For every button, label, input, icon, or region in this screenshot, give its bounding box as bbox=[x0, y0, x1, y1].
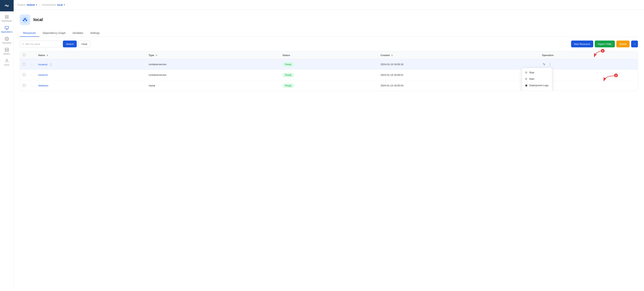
col-header-status: Status bbox=[280, 51, 378, 59]
search-icon bbox=[22, 43, 24, 45]
expand-icon-database[interactable]: › bbox=[32, 84, 32, 87]
name-sort-icon: ⇅ bbox=[46, 54, 48, 56]
dropdown-item-deployment-logs[interactable]: ▣ Deployment Logs bbox=[522, 82, 552, 88]
toolbar: Search Clear New Resource Import YAML De… bbox=[20, 40, 638, 47]
project-name: default bbox=[27, 4, 35, 6]
resource-type-backend: containerservice bbox=[146, 70, 280, 80]
dropdown-item-rollback[interactable]: ↺ Rollback bbox=[522, 88, 552, 91]
dropdown-menu-frontend: ⊙ Stop ⊙ Start bbox=[522, 68, 552, 91]
svg-point-14 bbox=[6, 59, 8, 60]
rollback-icon: ↺ bbox=[525, 90, 527, 91]
svg-point-1 bbox=[6, 5, 7, 6]
clear-button[interactable]: Clear bbox=[78, 40, 90, 47]
resource-status-frontend: Ready bbox=[280, 59, 378, 70]
toolbar-right: New Resource Import YAML Delete ⋯ bbox=[571, 40, 638, 47]
resource-status-database: Ready bbox=[280, 80, 378, 91]
tab-variables[interactable]: Variables bbox=[69, 30, 86, 37]
col-header-operation: Operation bbox=[539, 51, 638, 59]
project-chevron-icon: ▼ bbox=[36, 4, 38, 6]
sidebar-item-applications[interactable]: Applications bbox=[0, 24, 14, 35]
topbar: Projects default ▼ / Environments local … bbox=[14, 0, 644, 10]
row-checkbox-database[interactable] bbox=[23, 84, 26, 86]
svg-rect-5 bbox=[7, 15, 8, 16]
env-icon bbox=[20, 14, 30, 25]
svg-point-16 bbox=[24, 18, 26, 20]
sidebar-item-system[interactable]: System bbox=[0, 46, 14, 57]
tab-dependency-graph[interactable]: Dependency Graph bbox=[39, 30, 69, 37]
sidebar-item-dashboard[interactable]: Dashboard bbox=[0, 13, 14, 24]
sidebar-item-operation[interactable]: Operation bbox=[0, 35, 14, 46]
svg-point-3 bbox=[8, 5, 8, 6]
row-checkbox-frontend[interactable] bbox=[23, 63, 26, 65]
col-header-name[interactable]: Name ⇅ bbox=[35, 51, 146, 59]
ops-database: ✎ ⋮ bbox=[542, 83, 635, 88]
external-link-icon-frontend[interactable]: ⬚ bbox=[50, 63, 52, 66]
more-ops-wrap-frontend: ⋮ ⊙ Stop ⊙ bbox=[548, 62, 552, 67]
resource-type-database: mysql bbox=[146, 80, 280, 91]
ops-backend: ✎ ⋮ bbox=[542, 72, 635, 78]
main-area: Projects default ▼ / Environments local … bbox=[14, 0, 644, 291]
resource-name-backend[interactable]: backend bbox=[38, 74, 48, 76]
row-checkbox-backend[interactable] bbox=[23, 74, 26, 76]
svg-line-20 bbox=[24, 44, 24, 45]
svg-rect-4 bbox=[5, 15, 6, 16]
environment-name: local bbox=[57, 4, 63, 6]
search-input[interactable] bbox=[26, 43, 59, 46]
table-row: › frontend ⬚ containerservice Ready 2024… bbox=[20, 59, 638, 70]
tab-bar: Resources Dependency Graph Variables Set… bbox=[20, 30, 638, 37]
resources-table: Name ⇅ Type ⇅ Status Created bbox=[20, 51, 638, 91]
svg-rect-8 bbox=[5, 26, 8, 29]
projects-label: Projects bbox=[18, 4, 26, 6]
resource-created-database: 2024-01-19 18:05:04 bbox=[378, 80, 539, 91]
resource-name-frontend[interactable]: frontend bbox=[38, 63, 47, 66]
search-box[interactable] bbox=[20, 40, 61, 47]
svg-point-2 bbox=[5, 6, 6, 6]
more-ops-button-frontend[interactable]: ⋮ bbox=[548, 62, 552, 67]
sidebar: Dashboard Applications Operation System … bbox=[0, 0, 14, 291]
svg-point-18 bbox=[26, 20, 27, 21]
edit-button-frontend[interactable]: ✎ bbox=[542, 62, 546, 67]
tab-resources[interactable]: Resources bbox=[20, 30, 39, 37]
svg-point-17 bbox=[23, 20, 24, 21]
expand-icon-frontend[interactable]: › bbox=[32, 63, 32, 66]
table-container: Name ⇅ Type ⇅ Status Created bbox=[20, 51, 638, 91]
start-icon: ⊙ bbox=[525, 77, 527, 80]
env-name: local bbox=[33, 17, 43, 22]
table-header-row: Name ⇅ Type ⇅ Status Created bbox=[20, 51, 638, 59]
import-yaml-button[interactable]: Import YAML bbox=[595, 40, 615, 47]
search-button[interactable]: Search bbox=[63, 40, 77, 47]
expand-icon-backend[interactable]: › bbox=[32, 74, 32, 76]
breadcrumb-separator: / bbox=[40, 4, 40, 6]
more-button[interactable]: ⋯ bbox=[631, 40, 638, 47]
new-resource-button[interactable]: New Resource bbox=[571, 40, 593, 47]
stop-icon: ⊙ bbox=[525, 71, 527, 74]
select-all-checkbox[interactable] bbox=[23, 54, 26, 56]
delete-button[interactable]: Delete bbox=[616, 40, 630, 47]
resource-created-frontend: 2024-01-19 18:09:18 bbox=[378, 59, 539, 70]
environment-chevron-icon: ▼ bbox=[64, 4, 65, 6]
resource-name-database[interactable]: database bbox=[38, 84, 48, 87]
ops-frontend: ✎ ⋮ ⊙ Stop bbox=[542, 62, 635, 67]
created-sort-icon: ⇅ bbox=[391, 54, 393, 56]
col-header-type[interactable]: Type ⇅ bbox=[146, 51, 280, 59]
resource-created-backend: 2024-01-19 18:09:01 bbox=[378, 70, 539, 80]
dropdown-item-start[interactable]: ⊙ Start bbox=[522, 76, 552, 82]
resource-status-backend: Ready bbox=[280, 70, 378, 80]
environment-selector[interactable]: local ▼ bbox=[57, 4, 65, 6]
app-logo[interactable] bbox=[0, 0, 14, 11]
content-area: local Resources Dependency Graph Variabl… bbox=[14, 10, 644, 291]
logs-icon: ▣ bbox=[525, 84, 528, 87]
resource-type-frontend: containerservice bbox=[146, 59, 280, 70]
env-header: local bbox=[20, 14, 638, 25]
environments-label: Environments bbox=[42, 4, 56, 6]
svg-rect-6 bbox=[5, 17, 6, 18]
project-selector[interactable]: default ▼ bbox=[27, 4, 38, 6]
tab-settings[interactable]: Settings bbox=[87, 30, 103, 37]
sidebar-item-users[interactable]: Users bbox=[0, 57, 14, 68]
svg-point-9 bbox=[6, 38, 8, 40]
type-sort-icon: ⇅ bbox=[156, 54, 157, 56]
svg-rect-7 bbox=[7, 17, 8, 18]
dropdown-item-stop[interactable]: ⊙ Stop bbox=[522, 69, 552, 76]
svg-point-19 bbox=[22, 43, 24, 44]
col-header-created[interactable]: Created ⇅ bbox=[378, 51, 539, 59]
